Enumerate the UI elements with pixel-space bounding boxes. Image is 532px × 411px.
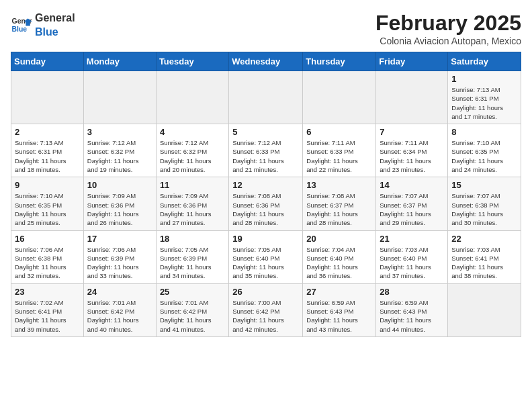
calendar-cell: 10Sunrise: 7:09 AM Sunset: 6:36 PM Dayli… bbox=[83, 177, 156, 230]
day-number: 14 bbox=[380, 180, 444, 190]
week-row-4: 16Sunrise: 7:06 AM Sunset: 6:38 PM Dayli… bbox=[11, 230, 521, 283]
week-row-3: 9Sunrise: 7:10 AM Sunset: 6:35 PM Daylig… bbox=[11, 177, 521, 230]
calendar-cell bbox=[156, 71, 228, 124]
calendar-cell bbox=[303, 71, 376, 124]
day-info: Sunrise: 7:12 AM Sunset: 6:33 PM Dayligh… bbox=[232, 138, 299, 174]
day-number: 5 bbox=[232, 127, 299, 137]
day-number: 11 bbox=[160, 180, 225, 190]
weekday-saturday: Saturday bbox=[448, 52, 521, 71]
calendar-cell: 27Sunrise: 6:59 AM Sunset: 6:43 PM Dayli… bbox=[303, 283, 376, 336]
day-info: Sunrise: 7:03 AM Sunset: 6:41 PM Dayligh… bbox=[451, 245, 517, 281]
day-number: 18 bbox=[160, 234, 225, 244]
day-info: Sunrise: 7:03 AM Sunset: 6:40 PM Dayligh… bbox=[380, 245, 444, 281]
day-number: 20 bbox=[306, 234, 372, 244]
day-number: 27 bbox=[306, 287, 372, 297]
weekday-sunday: Sunday bbox=[11, 52, 84, 71]
weekday-header-row: SundayMondayTuesdayWednesdayThursdayFrid… bbox=[11, 52, 521, 71]
calendar-cell: 8Sunrise: 7:10 AM Sunset: 6:35 PM Daylig… bbox=[448, 124, 521, 177]
day-info: Sunrise: 7:06 AM Sunset: 6:39 PM Dayligh… bbox=[87, 245, 152, 281]
calendar-cell bbox=[376, 71, 448, 124]
weekday-monday: Monday bbox=[83, 52, 156, 71]
day-info: Sunrise: 7:02 AM Sunset: 6:41 PM Dayligh… bbox=[15, 298, 80, 334]
calendar-cell: 16Sunrise: 7:06 AM Sunset: 6:38 PM Dayli… bbox=[11, 230, 84, 283]
day-number: 1 bbox=[451, 74, 517, 84]
calendar-cell bbox=[11, 71, 84, 124]
week-row-5: 23Sunrise: 7:02 AM Sunset: 6:41 PM Dayli… bbox=[11, 283, 521, 336]
day-number: 26 bbox=[232, 287, 299, 297]
calendar-cell: 15Sunrise: 7:07 AM Sunset: 6:38 PM Dayli… bbox=[448, 177, 521, 230]
day-info: Sunrise: 7:13 AM Sunset: 6:31 PM Dayligh… bbox=[15, 138, 80, 174]
calendar-cell: 21Sunrise: 7:03 AM Sunset: 6:40 PM Dayli… bbox=[376, 230, 448, 283]
day-number: 17 bbox=[87, 234, 152, 244]
day-number: 22 bbox=[451, 234, 517, 244]
weekday-tuesday: Tuesday bbox=[156, 52, 228, 71]
calendar-cell: 12Sunrise: 7:08 AM Sunset: 6:36 PM Dayli… bbox=[229, 177, 303, 230]
calendar-cell bbox=[229, 71, 303, 124]
day-info: Sunrise: 7:07 AM Sunset: 6:38 PM Dayligh… bbox=[451, 191, 517, 227]
weekday-friday: Friday bbox=[376, 52, 448, 71]
day-info: Sunrise: 7:10 AM Sunset: 6:35 PM Dayligh… bbox=[15, 191, 80, 227]
calendar-cell: 26Sunrise: 7:00 AM Sunset: 6:42 PM Dayli… bbox=[229, 283, 303, 336]
calendar-cell: 23Sunrise: 7:02 AM Sunset: 6:41 PM Dayli… bbox=[11, 283, 84, 336]
location: Colonia Aviacion Autopan, Mexico bbox=[375, 36, 521, 46]
day-info: Sunrise: 7:01 AM Sunset: 6:42 PM Dayligh… bbox=[87, 298, 152, 334]
day-info: Sunrise: 7:11 AM Sunset: 6:34 PM Dayligh… bbox=[380, 138, 444, 174]
day-info: Sunrise: 7:12 AM Sunset: 6:32 PM Dayligh… bbox=[160, 138, 225, 174]
page-header: General Blue General Blue February 2025 … bbox=[11, 11, 521, 46]
day-info: Sunrise: 7:10 AM Sunset: 6:35 PM Dayligh… bbox=[451, 138, 517, 174]
calendar-cell: 14Sunrise: 7:07 AM Sunset: 6:37 PM Dayli… bbox=[376, 177, 448, 230]
day-number: 21 bbox=[380, 234, 444, 244]
calendar-cell: 17Sunrise: 7:06 AM Sunset: 6:39 PM Dayli… bbox=[83, 230, 156, 283]
day-info: Sunrise: 7:12 AM Sunset: 6:32 PM Dayligh… bbox=[87, 138, 152, 174]
day-number: 3 bbox=[87, 127, 152, 137]
day-number: 24 bbox=[87, 287, 152, 297]
calendar-cell bbox=[448, 283, 521, 336]
day-number: 8 bbox=[451, 127, 517, 137]
day-info: Sunrise: 7:01 AM Sunset: 6:42 PM Dayligh… bbox=[160, 298, 225, 334]
calendar-cell: 25Sunrise: 7:01 AM Sunset: 6:42 PM Dayli… bbox=[156, 283, 228, 336]
day-info: Sunrise: 7:05 AM Sunset: 6:39 PM Dayligh… bbox=[160, 245, 225, 281]
calendar-cell: 6Sunrise: 7:11 AM Sunset: 6:33 PM Daylig… bbox=[303, 124, 376, 177]
day-info: Sunrise: 7:13 AM Sunset: 6:31 PM Dayligh… bbox=[451, 85, 517, 121]
day-info: Sunrise: 7:05 AM Sunset: 6:40 PM Dayligh… bbox=[232, 245, 299, 281]
day-number: 28 bbox=[380, 287, 444, 297]
day-number: 19 bbox=[232, 234, 299, 244]
calendar-cell: 11Sunrise: 7:09 AM Sunset: 6:36 PM Dayli… bbox=[156, 177, 228, 230]
day-number: 4 bbox=[160, 127, 225, 137]
day-info: Sunrise: 7:06 AM Sunset: 6:38 PM Dayligh… bbox=[15, 245, 80, 281]
logo-icon: General Blue bbox=[11, 14, 32, 36]
logo-blue: Blue bbox=[35, 26, 58, 38]
calendar-cell: 4Sunrise: 7:12 AM Sunset: 6:32 PM Daylig… bbox=[156, 124, 228, 177]
day-number: 7 bbox=[380, 127, 444, 137]
calendar-cell: 7Sunrise: 7:11 AM Sunset: 6:34 PM Daylig… bbox=[376, 124, 448, 177]
day-number: 2 bbox=[15, 127, 80, 137]
day-number: 23 bbox=[15, 287, 80, 297]
day-info: Sunrise: 7:00 AM Sunset: 6:42 PM Dayligh… bbox=[232, 298, 299, 334]
calendar-cell: 20Sunrise: 7:04 AM Sunset: 6:40 PM Dayli… bbox=[303, 230, 376, 283]
month-year: February 2025 bbox=[375, 11, 521, 36]
day-number: 16 bbox=[15, 234, 80, 244]
day-number: 9 bbox=[15, 180, 80, 190]
weekday-thursday: Thursday bbox=[303, 52, 376, 71]
day-info: Sunrise: 6:59 AM Sunset: 6:43 PM Dayligh… bbox=[306, 298, 372, 334]
day-number: 13 bbox=[306, 180, 372, 190]
calendar-cell: 22Sunrise: 7:03 AM Sunset: 6:41 PM Dayli… bbox=[448, 230, 521, 283]
calendar-cell: 13Sunrise: 7:08 AM Sunset: 6:37 PM Dayli… bbox=[303, 177, 376, 230]
calendar-cell: 19Sunrise: 7:05 AM Sunset: 6:40 PM Dayli… bbox=[229, 230, 303, 283]
day-number: 25 bbox=[160, 287, 225, 297]
calendar-cell: 9Sunrise: 7:10 AM Sunset: 6:35 PM Daylig… bbox=[11, 177, 84, 230]
day-number: 6 bbox=[306, 127, 372, 137]
logo-general: General bbox=[35, 12, 75, 24]
week-row-1: 1Sunrise: 7:13 AM Sunset: 6:31 PM Daylig… bbox=[11, 71, 521, 124]
calendar-cell: 5Sunrise: 7:12 AM Sunset: 6:33 PM Daylig… bbox=[229, 124, 303, 177]
calendar-table: SundayMondayTuesdayWednesdayThursdayFrid… bbox=[11, 52, 521, 337]
day-number: 15 bbox=[451, 180, 517, 190]
calendar-cell bbox=[83, 71, 156, 124]
day-info: Sunrise: 6:59 AM Sunset: 6:43 PM Dayligh… bbox=[380, 298, 444, 334]
day-info: Sunrise: 7:08 AM Sunset: 6:36 PM Dayligh… bbox=[232, 191, 299, 227]
day-number: 12 bbox=[232, 180, 299, 190]
calendar-cell: 1Sunrise: 7:13 AM Sunset: 6:31 PM Daylig… bbox=[448, 71, 521, 124]
day-info: Sunrise: 7:04 AM Sunset: 6:40 PM Dayligh… bbox=[306, 245, 372, 281]
day-info: Sunrise: 7:09 AM Sunset: 6:36 PM Dayligh… bbox=[160, 191, 225, 227]
day-info: Sunrise: 7:11 AM Sunset: 6:33 PM Dayligh… bbox=[306, 138, 372, 174]
